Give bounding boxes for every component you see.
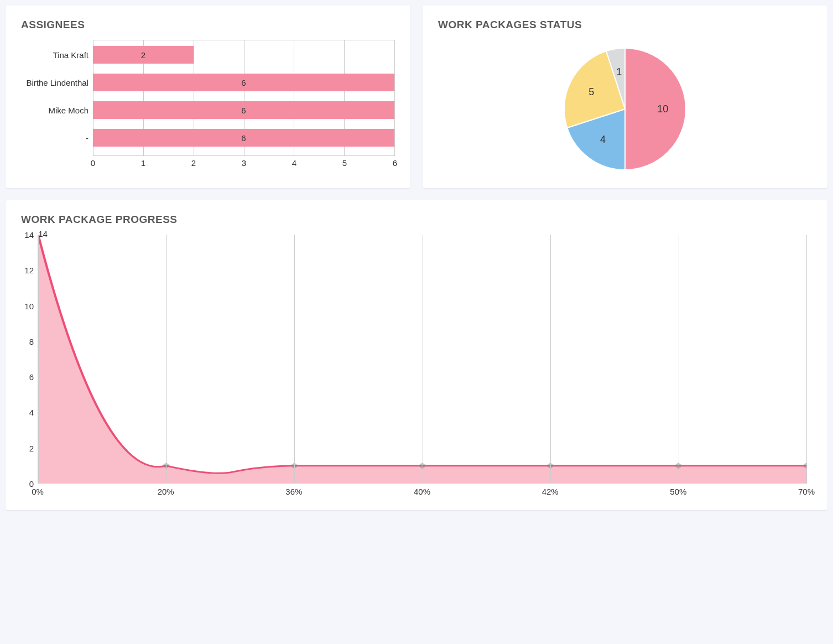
bar-x-tick: 2	[191, 158, 196, 168]
area-gridline	[423, 235, 423, 484]
area-point-label: 14	[38, 229, 50, 240]
progress-card: WORK PACKAGE PROGRESS 0246810121414 0%20…	[6, 200, 827, 510]
assignees-bar-chart: Tina Kraft2Birthe Lindenthal6Mike Moch6-…	[21, 40, 395, 170]
pie-slice-label: 5	[589, 86, 594, 97]
area-gridline	[806, 235, 807, 484]
bar-fill: 6	[93, 74, 394, 91]
status-title: WORK PACKAGES STATUS	[438, 19, 812, 31]
area-x-tick: 40%	[414, 487, 430, 496]
dashboard: ASSIGNEES Tina Kraft2Birthe Lindenthal6M…	[6, 6, 827, 510]
area-x-tick: 20%	[158, 487, 174, 496]
bar-fill: 6	[93, 101, 394, 119]
assignees-card: ASSIGNEES Tina Kraft2Birthe Lindenthal6M…	[6, 6, 410, 188]
bar-category-label: -	[24, 133, 93, 143]
assignees-title: ASSIGNEES	[21, 19, 395, 31]
bar-x-tick: 0	[91, 158, 95, 168]
area-x-tick: 70%	[798, 487, 815, 496]
area-x-tick: 42%	[542, 487, 559, 496]
bar-row: Tina Kraft2	[93, 44, 394, 66]
area-gridline	[679, 235, 679, 484]
pie-slice-label: 4	[600, 134, 606, 145]
area-y-tick: 8	[29, 336, 38, 346]
bar-x-tick: 6	[393, 158, 397, 168]
area-y-tick: 6	[29, 372, 38, 382]
area-y-tick: 10	[24, 301, 38, 310]
bar-row: Mike Moch6	[93, 99, 394, 121]
bar-x-tick: 5	[342, 158, 347, 168]
bar-x-tick: 3	[242, 158, 246, 168]
bar-category-label: Birthe Lindenthal	[24, 78, 93, 87]
pie-slice	[625, 48, 686, 170]
pie-slice-label: 1	[616, 66, 622, 77]
progress-title: WORK PACKAGE PROGRESS	[21, 214, 812, 226]
area-gridline	[38, 235, 39, 484]
area-x-tick: 0%	[32, 487, 44, 496]
bar-x-tick: 1	[141, 158, 145, 168]
area-x-tick: 36%	[285, 487, 302, 496]
bar-category-label: Tina Kraft	[24, 50, 93, 60]
bar-fill: 2	[93, 46, 194, 64]
bar-row: -6	[93, 127, 394, 149]
bar-fill: 6	[93, 129, 394, 147]
pie-slice-label: 10	[657, 103, 668, 115]
bar-x-tick: 4	[292, 158, 296, 168]
area-y-tick: 4	[29, 408, 38, 417]
area-gridline	[166, 235, 167, 484]
area-gridline	[294, 235, 295, 484]
area-y-tick: 2	[29, 443, 38, 453]
area-gridline	[550, 235, 551, 484]
area-x-tick: 50%	[670, 487, 686, 496]
bar-row: Birthe Lindenthal6	[93, 71, 394, 94]
progress-area-chart: 0246810121414 0%20%36%40%42%50%70%	[38, 235, 806, 500]
status-card: WORK PACKAGES STATUS 10451	[423, 6, 827, 188]
bar-category-label: Mike Moch	[24, 106, 93, 115]
area-y-tick: 14	[24, 230, 38, 240]
bar-gridline	[394, 40, 395, 155]
status-pie-chart: 10451	[438, 40, 812, 178]
area-y-tick: 12	[24, 266, 38, 275]
